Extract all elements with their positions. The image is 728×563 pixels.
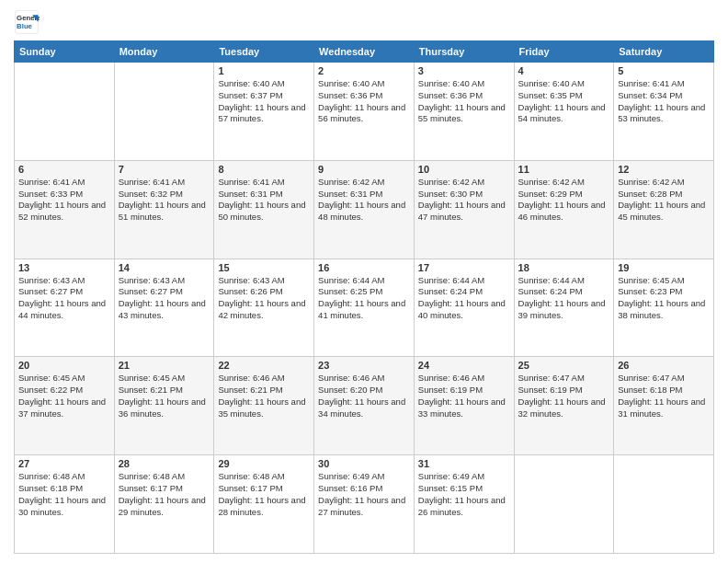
day-info: Sunrise: 6:45 AM Sunset: 6:21 PM Dayligh…	[119, 373, 210, 419]
day-info: Sunrise: 6:43 AM Sunset: 6:27 PM Dayligh…	[18, 275, 110, 322]
day-number: 11	[518, 164, 610, 175]
calendar-header: SundayMondayTuesdayWednesdayThursdayFrid…	[15, 41, 714, 63]
day-number: 29	[218, 458, 310, 469]
day-info: Sunrise: 6:42 AM Sunset: 6:30 PM Dayligh…	[418, 177, 510, 224]
day-info: Sunrise: 6:42 AM Sunset: 6:28 PM Dayligh…	[618, 177, 710, 224]
calendar-cell: 31Sunrise: 6:49 AM Sunset: 6:15 PM Dayli…	[414, 455, 514, 554]
calendar-cell: 25Sunrise: 6:47 AM Sunset: 6:19 PM Dayli…	[514, 357, 614, 455]
logo-icon: General Blue	[14, 9, 40, 35]
calendar-cell: 6Sunrise: 6:41 AM Sunset: 6:33 PM Daylig…	[15, 160, 115, 259]
calendar-cell: 19Sunrise: 6:45 AM Sunset: 6:23 PM Dayli…	[614, 259, 714, 357]
calendar-cell: 21Sunrise: 6:45 AM Sunset: 6:21 PM Dayli…	[114, 357, 214, 455]
day-info: Sunrise: 6:41 AM Sunset: 6:34 PM Dayligh…	[618, 78, 710, 125]
calendar-cell: 27Sunrise: 6:48 AM Sunset: 6:18 PM Dayli…	[15, 455, 115, 554]
calendar-cell	[514, 455, 614, 554]
calendar-cell: 11Sunrise: 6:42 AM Sunset: 6:29 PM Dayli…	[514, 160, 614, 259]
day-info: Sunrise: 6:43 AM Sunset: 6:27 PM Dayligh…	[119, 275, 210, 322]
weekday-header: Thursday	[414, 41, 514, 63]
weekday-header: Friday	[514, 41, 614, 63]
day-info: Sunrise: 6:47 AM Sunset: 6:18 PM Dayligh…	[618, 373, 710, 419]
day-number: 16	[318, 262, 410, 273]
day-info: Sunrise: 6:45 AM Sunset: 6:22 PM Dayligh…	[18, 373, 110, 419]
day-info: Sunrise: 6:47 AM Sunset: 6:19 PM Dayligh…	[518, 373, 610, 419]
page: General Blue SundayMondayTuesdayWednesda…	[0, 0, 728, 563]
day-number: 6	[18, 164, 110, 175]
calendar-cell: 29Sunrise: 6:48 AM Sunset: 6:17 PM Dayli…	[214, 455, 314, 554]
logo: General Blue	[14, 9, 40, 35]
day-number: 27	[18, 458, 110, 469]
day-info: Sunrise: 6:46 AM Sunset: 6:21 PM Dayligh…	[218, 373, 310, 419]
day-info: Sunrise: 6:46 AM Sunset: 6:19 PM Dayligh…	[418, 373, 510, 419]
day-number: 28	[119, 458, 210, 469]
day-info: Sunrise: 6:44 AM Sunset: 6:24 PM Dayligh…	[518, 275, 610, 322]
day-info: Sunrise: 6:49 AM Sunset: 6:15 PM Dayligh…	[418, 471, 510, 518]
calendar-cell: 24Sunrise: 6:46 AM Sunset: 6:19 PM Dayli…	[414, 357, 514, 455]
calendar-cell: 7Sunrise: 6:41 AM Sunset: 6:32 PM Daylig…	[114, 160, 214, 259]
day-number: 31	[418, 458, 510, 469]
day-number: 12	[618, 164, 710, 175]
svg-text:Blue: Blue	[17, 22, 33, 30]
day-info: Sunrise: 6:41 AM Sunset: 6:32 PM Dayligh…	[119, 177, 210, 224]
day-info: Sunrise: 6:42 AM Sunset: 6:31 PM Dayligh…	[318, 177, 410, 224]
calendar-table: SundayMondayTuesdayWednesdayThursdayFrid…	[14, 40, 714, 554]
weekday-header: Wednesday	[314, 41, 415, 63]
day-number: 14	[119, 262, 210, 273]
day-number: 25	[518, 360, 610, 371]
day-info: Sunrise: 6:40 AM Sunset: 6:36 PM Dayligh…	[418, 78, 510, 125]
day-number: 22	[218, 360, 310, 371]
calendar-week: 27Sunrise: 6:48 AM Sunset: 6:18 PM Dayli…	[15, 455, 714, 554]
day-info: Sunrise: 6:41 AM Sunset: 6:33 PM Dayligh…	[18, 177, 110, 224]
calendar-cell: 17Sunrise: 6:44 AM Sunset: 6:24 PM Dayli…	[414, 259, 514, 357]
weekday-header: Sunday	[15, 41, 115, 63]
calendar-cell: 10Sunrise: 6:42 AM Sunset: 6:30 PM Dayli…	[414, 160, 514, 259]
calendar-cell: 15Sunrise: 6:43 AM Sunset: 6:26 PM Dayli…	[214, 259, 314, 357]
weekday-header: Tuesday	[214, 41, 314, 63]
day-number: 5	[618, 65, 710, 76]
calendar-cell: 3Sunrise: 6:40 AM Sunset: 6:36 PM Daylig…	[414, 63, 514, 161]
calendar-cell: 12Sunrise: 6:42 AM Sunset: 6:28 PM Dayli…	[614, 160, 714, 259]
calendar-cell: 20Sunrise: 6:45 AM Sunset: 6:22 PM Dayli…	[15, 357, 115, 455]
day-number: 30	[318, 458, 410, 469]
day-info: Sunrise: 6:48 AM Sunset: 6:17 PM Dayligh…	[218, 471, 310, 518]
calendar-cell: 30Sunrise: 6:49 AM Sunset: 6:16 PM Dayli…	[314, 455, 415, 554]
header: General Blue	[14, 9, 714, 35]
calendar-cell: 28Sunrise: 6:48 AM Sunset: 6:17 PM Dayli…	[114, 455, 214, 554]
calendar-week: 6Sunrise: 6:41 AM Sunset: 6:33 PM Daylig…	[15, 160, 714, 259]
weekday-row: SundayMondayTuesdayWednesdayThursdayFrid…	[15, 41, 714, 63]
calendar-week: 1Sunrise: 6:40 AM Sunset: 6:37 PM Daylig…	[15, 63, 714, 161]
calendar-cell: 5Sunrise: 6:41 AM Sunset: 6:34 PM Daylig…	[614, 63, 714, 161]
calendar-cell	[614, 455, 714, 554]
calendar-cell: 16Sunrise: 6:44 AM Sunset: 6:25 PM Dayli…	[314, 259, 415, 357]
calendar-cell: 1Sunrise: 6:40 AM Sunset: 6:37 PM Daylig…	[214, 63, 314, 161]
calendar-week: 13Sunrise: 6:43 AM Sunset: 6:27 PM Dayli…	[15, 259, 714, 357]
day-info: Sunrise: 6:40 AM Sunset: 6:37 PM Dayligh…	[218, 78, 310, 125]
day-number: 2	[318, 65, 410, 76]
day-number: 3	[418, 65, 510, 76]
calendar-cell	[15, 63, 115, 161]
day-info: Sunrise: 6:43 AM Sunset: 6:26 PM Dayligh…	[218, 275, 310, 322]
day-number: 7	[119, 164, 210, 175]
calendar-cell	[114, 63, 214, 161]
calendar-cell: 9Sunrise: 6:42 AM Sunset: 6:31 PM Daylig…	[314, 160, 415, 259]
day-number: 20	[18, 360, 110, 371]
calendar-cell: 13Sunrise: 6:43 AM Sunset: 6:27 PM Dayli…	[15, 259, 115, 357]
day-info: Sunrise: 6:44 AM Sunset: 6:24 PM Dayligh…	[418, 275, 510, 322]
day-info: Sunrise: 6:41 AM Sunset: 6:31 PM Dayligh…	[218, 177, 310, 224]
day-number: 15	[218, 262, 310, 273]
calendar-body: 1Sunrise: 6:40 AM Sunset: 6:37 PM Daylig…	[15, 63, 714, 554]
calendar-cell: 26Sunrise: 6:47 AM Sunset: 6:18 PM Dayli…	[614, 357, 714, 455]
day-number: 21	[119, 360, 210, 371]
weekday-header: Saturday	[614, 41, 714, 63]
weekday-header: Monday	[114, 41, 214, 63]
day-info: Sunrise: 6:42 AM Sunset: 6:29 PM Dayligh…	[518, 177, 610, 224]
day-info: Sunrise: 6:45 AM Sunset: 6:23 PM Dayligh…	[618, 275, 710, 322]
calendar-cell: 2Sunrise: 6:40 AM Sunset: 6:36 PM Daylig…	[314, 63, 415, 161]
day-number: 18	[518, 262, 610, 273]
day-number: 10	[418, 164, 510, 175]
calendar-week: 20Sunrise: 6:45 AM Sunset: 6:22 PM Dayli…	[15, 357, 714, 455]
day-number: 23	[318, 360, 410, 371]
day-number: 13	[18, 262, 110, 273]
day-info: Sunrise: 6:44 AM Sunset: 6:25 PM Dayligh…	[318, 275, 410, 322]
day-number: 17	[418, 262, 510, 273]
day-number: 26	[618, 360, 710, 371]
